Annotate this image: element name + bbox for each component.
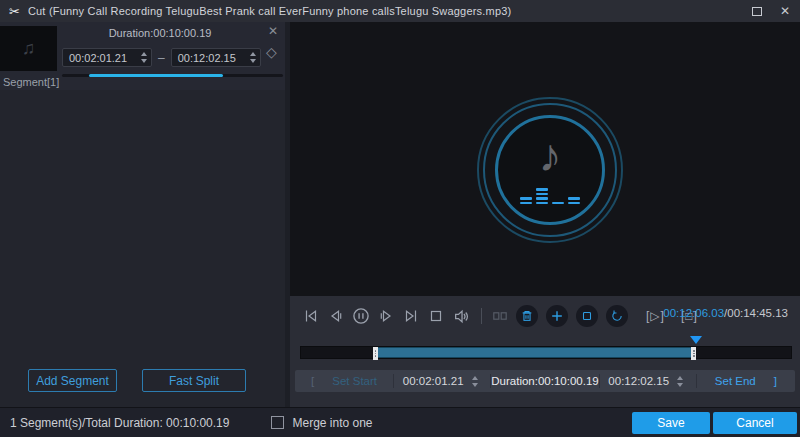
footer-bar: 1 Segment(s)/Total Duration: 00:10:00.19…: [0, 407, 800, 437]
window-title: Cut (Funny Call Recording TeluguBest Pra…: [28, 5, 512, 17]
scissors-icon: ✂: [9, 5, 20, 18]
previous-frame-button[interactable]: [327, 307, 345, 325]
segment-thumbnail[interactable]: ♫: [0, 26, 57, 71]
trim-end-spinner[interactable]: [673, 373, 687, 389]
transport-controls: [▷] [□] 00:12:06.03/00:14:45.13: [302, 303, 788, 329]
player-controls-area: [▷] [□] 00:12:06.03/00:14:45.13 [ Set St…: [290, 296, 800, 407]
merge-checkbox[interactable]: [271, 416, 284, 429]
add-segment-button[interactable]: Add Segment: [28, 369, 117, 392]
set-start-button[interactable]: [ Set Start: [295, 370, 393, 392]
segment-progress-track: [62, 74, 283, 77]
segment-start-value: 00:02:01.21: [63, 52, 137, 64]
trim-start-input[interactable]: 00:02:01.21: [394, 370, 490, 392]
segment-duration-label: Duration:00:10:00.19: [60, 27, 260, 39]
segment-label: Segment[1]: [3, 76, 59, 88]
merge-into-one-option[interactable]: Merge into one: [271, 416, 372, 430]
pause-button[interactable]: [352, 307, 370, 325]
selection-start-handle[interactable]: [373, 347, 378, 360]
stop-button[interactable]: [427, 307, 445, 325]
skip-to-start-button[interactable]: [302, 307, 320, 325]
maximize-icon: [752, 7, 762, 16]
playhead-marker[interactable]: [690, 336, 702, 344]
trim-bar: [ Set Start 00:02:01.21 Duration:00:10:0…: [295, 370, 795, 392]
fast-split-button[interactable]: Fast Split: [142, 369, 246, 392]
total-time: /00:14:45.13: [724, 307, 788, 319]
segment-start-input[interactable]: 00:02:01.21: [62, 48, 152, 67]
range-separator: –: [158, 51, 165, 65]
maximize-button[interactable]: [744, 0, 770, 22]
merge-label: Merge into one: [292, 416, 372, 430]
timeline-selection[interactable]: [373, 347, 696, 358]
split-button-disabled[interactable]: [491, 307, 509, 325]
spinner-down-icon[interactable]: [250, 59, 256, 63]
segment-progress-fill: [89, 74, 224, 77]
spinner-up-icon[interactable]: [250, 52, 256, 56]
right-bracket: ]: [774, 375, 777, 387]
trim-start-value: 00:02:01.21: [403, 375, 464, 387]
cancel-button[interactable]: Cancel: [713, 412, 797, 434]
add-segment-icon-button[interactable]: [546, 305, 568, 327]
music-note-icon: ♪: [539, 132, 562, 178]
segment-collapse-icon[interactable]: ◇: [266, 44, 277, 60]
set-end-button[interactable]: Set End ]: [697, 370, 795, 392]
segment-end-input[interactable]: 00:12:02.15: [171, 48, 261, 67]
spinner-down-icon[interactable]: [677, 383, 683, 387]
trim-end-value: 00:12:02.15: [608, 375, 669, 387]
current-time: 00:12:06.03: [663, 307, 724, 319]
play-segment-button[interactable]: [▷]: [646, 309, 665, 323]
spinner-up-icon[interactable]: [472, 376, 478, 380]
delete-segment-button[interactable]: [516, 305, 538, 327]
segment-panel: ♫ Duration:00:10:00.19 00:02:01.21 – 00:…: [0, 22, 290, 407]
audio-preview: ♪: [290, 22, 800, 296]
cut-dialog: ✂ Cut (Funny Call Recording TeluguBest P…: [0, 0, 800, 437]
trim-end-input[interactable]: 00:12:02.15: [600, 370, 696, 392]
left-bracket: [: [311, 375, 314, 387]
selection-end-handle[interactable]: [691, 347, 696, 360]
title-bar: ✂ Cut (Funny Call Recording TeluguBest P…: [0, 0, 800, 22]
skip-to-end-button[interactable]: [402, 307, 420, 325]
spinner-down-icon[interactable]: [472, 383, 478, 387]
music-note-icon: ♫: [22, 38, 36, 59]
controls-divider: [481, 308, 482, 324]
reset-button[interactable]: [606, 305, 628, 327]
start-spinner[interactable]: [137, 49, 151, 66]
segment-time-row: 00:02:01.21 – 00:12:02.15: [62, 48, 261, 67]
timeline-track[interactable]: [300, 346, 792, 359]
save-button[interactable]: Save: [632, 412, 710, 434]
next-frame-button[interactable]: [377, 307, 395, 325]
trim-start-spinner[interactable]: [468, 373, 482, 389]
spinner-down-icon[interactable]: [141, 59, 147, 63]
disc-content: ♪: [495, 115, 605, 225]
equalizer-icon: [520, 182, 580, 204]
segment-summary: 1 Segment(s)/Total Duration: 00:10:00.19: [10, 416, 229, 430]
segment-end-value: 00:12:02.15: [172, 52, 246, 64]
set-start-label: Set Start: [332, 375, 377, 387]
segment-remove-icon[interactable]: ✕: [268, 24, 278, 38]
spinner-up-icon[interactable]: [677, 376, 683, 380]
trim-duration-label: Duration:00:10:00.19: [491, 370, 598, 392]
volume-button[interactable]: [452, 307, 470, 325]
copy-segment-button[interactable]: [576, 305, 598, 327]
segment-card: ♫ Duration:00:10:00.19 00:02:01.21 – 00:…: [0, 22, 290, 90]
set-end-label: Set End: [715, 375, 756, 387]
spinner-up-icon[interactable]: [141, 52, 147, 56]
audio-disc: ♪: [477, 97, 623, 243]
window-controls: ✕: [744, 0, 800, 22]
end-spinner[interactable]: [246, 49, 260, 66]
time-display: 00:12:06.03/00:14:45.13: [663, 307, 788, 319]
close-button[interactable]: ✕: [770, 0, 800, 22]
